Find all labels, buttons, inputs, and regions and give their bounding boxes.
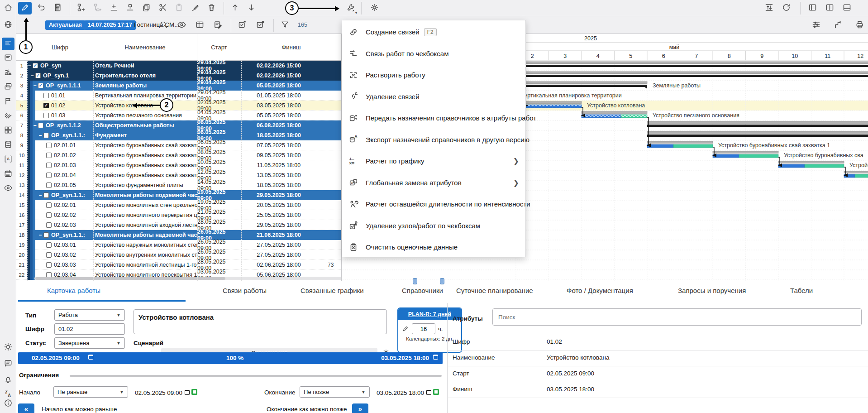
sidebar-item-dashboard-view[interactable] [2,125,14,137]
table-row-02.01.05[interactable]: 1302.01.05Устройство фундаментной плиты1… [16,180,342,190]
menu-item-1[interactable]: Создание связейF2 [342,21,525,43]
sidebar-item-home[interactable] [2,2,14,15]
sidebar-item-theme[interactable] [2,341,14,354]
toolbar-print-button[interactable] [853,19,866,32]
toolbar-move-up-button[interactable] [228,2,242,14]
table-row-02.01.04[interactable]: 1202.01.04Устройство буронабивных свай з… [16,170,342,180]
end-constraint-date[interactable]: 03.05.2025 18:00 [377,389,439,396]
toolbar-delete-button[interactable] [205,2,218,14]
table-row-02.02.02[interactable]: 1602.02.02Устройство монолитного перекры… [16,210,342,220]
table-row-02.03.01[interactable]: 1902.03.01Устройство наружных монолитных… [16,240,342,250]
row-checkbox[interactable] [46,262,52,268]
toolbar-sort-button[interactable] [762,2,776,14]
tab-8[interactable]: Табели [790,287,813,294]
menu-item-11[interactable]: Очистить оценочные данные [342,236,525,258]
row-checkbox[interactable] [46,202,52,208]
menu-item-3[interactable]: Растворить работу [342,64,525,86]
plan-duration-link[interactable]: PLAN-R: 7 дней [398,308,461,320]
tab-4[interactable]: Справочники [402,287,443,294]
menu-item-5[interactable]: Передать назначения справочников в атриб… [342,107,525,129]
toolbar-cut-button[interactable] [156,2,169,14]
tab-6[interactable]: Фото / Документация [567,287,633,294]
table-row-02.02.03[interactable]: 1702.02.03Устройство монолитной входной … [16,220,342,230]
row-checkbox[interactable] [43,133,49,138]
row-checkbox[interactable] [43,232,49,238]
table-row-OP_syn.1.1.:[interactable]: 8−OP_syn.1.1.:Фундамент06.05.2025 09:001… [16,130,342,140]
row-checkbox[interactable]: ✓ [33,63,38,68]
sidebar-item-board-view[interactable] [2,52,14,65]
column-header[interactable]: Старт [197,34,241,61]
table-row-02.01.02[interactable]: 1002.01.02Устройство буронабивных свай з… [16,150,342,160]
table-row-01.02[interactable]: 5✓01.02Устройство котлована02.05.2025 09… [16,101,342,110]
toolbar-uncheck-all-button[interactable] [253,19,267,32]
collapse-glyph[interactable]: − [38,132,43,139]
sidebar-item-info[interactable] [2,398,14,410]
toolbar-add-link-button[interactable] [74,2,88,14]
sidebar-item-globe[interactable] [2,19,14,32]
table-row-OP_syn.1.1.1[interactable]: 3−✓OP_syn.1.1.1Земляные работы29.04.2025… [16,81,342,91]
toolbar-format-brush-button[interactable] [188,2,202,14]
collapse-glyph[interactable]: − [33,82,37,89]
table-row-01.03[interactable]: 601.03Устройство песчаного основания04.0… [16,110,342,120]
timestamp-badge[interactable]: 14.07.2025 17:17 [84,20,136,30]
menu-item-2[interactable]: Связь работ по чекбоксам [342,43,525,64]
column-header[interactable]: Финиш [241,34,342,61]
table-row-01.01[interactable]: 401.01Вертикальная планировка территории… [16,91,342,101]
row-checkbox[interactable] [46,242,52,248]
sidebar-item-milestones-view[interactable] [2,96,14,108]
sidebar-item-attributes-view[interactable]: A [2,154,14,166]
toolbar-settings-button[interactable] [367,2,381,14]
row-checkbox[interactable] [46,212,52,218]
toolbar-copy-button[interactable] [139,2,153,14]
sidebar-item-versions-view[interactable] [2,81,14,94]
sidebar-item-gantt-view[interactable] [2,38,14,50]
row-checkbox[interactable] [46,222,52,228]
code-input[interactable]: 01.02 [54,323,125,335]
sidebar-item-visibility-view[interactable] [2,182,14,195]
progress-bar[interactable]: 02.05.2025 09:00 100 % 03.05.2025 18:00 [18,352,443,364]
toolbar-move-down-button[interactable] [244,2,258,14]
table-row-OP_syn.1.1.:[interactable]: 18−OP_syn.1.1.:Монолитные работы надземн… [16,230,342,240]
toolbar-tools-menu-button[interactable]: ▾ [344,2,358,14]
toolbar-edit-mode-button[interactable] [18,2,32,14]
table-row-02.03.03[interactable]: 2102.03.03Устройство монолитной лестницы… [16,260,342,270]
row-checkbox[interactable] [46,252,52,258]
column-header[interactable]: Шифр [27,34,93,61]
collapse-glyph[interactable]: − [30,72,34,79]
toolbar-undo-button[interactable] [34,2,48,14]
collapse-glyph[interactable]: − [33,122,37,129]
menu-item-8[interactable]: AГлобальная замена атрибутов❯ [342,172,525,193]
toolbar-columns-button[interactable] [193,19,206,32]
menu-item-6[interactable]: AЭкспорт назначений справочников в другу… [342,129,525,150]
toolbar-calculate-button[interactable] [51,2,64,14]
sidebar-item-comments[interactable] [2,358,14,370]
table-row-OP_syn.1.1.:[interactable]: 14−OP_syn.1.1.:Монолитные работы подземн… [16,190,342,200]
sidebar-item-resources-view[interactable] [2,110,14,123]
menu-item-7[interactable]: +−×=Расчет по графику❯ [342,150,525,172]
collapse-glyph[interactable]: − [38,232,43,238]
menu-item-10[interactable]: Удаление узлов/работ по чекбоксам [342,215,525,236]
start-constraint-select[interactable]: Не раньше▼ [53,386,128,398]
row-checkbox[interactable]: ✓ [38,83,43,88]
toolbar-add-work-button[interactable] [107,2,120,14]
row-checkbox[interactable]: ✓ [43,103,49,108]
collapse-glyph[interactable]: − [27,62,32,69]
asap-button[interactable]: « [18,403,34,413]
type-select[interactable]: Работа▼ [54,309,125,321]
row-checkbox[interactable] [46,153,52,158]
table-row-02.01.01[interactable]: 902.01.01Устройство буронабивных свай за… [16,140,342,150]
toolbar-search-button[interactable] [157,19,170,32]
toolbar-paste-button[interactable] [172,2,186,14]
collapse-glyph[interactable]: − [38,192,43,198]
status-select[interactable]: Завершена▼ [54,337,125,349]
row-checkbox[interactable] [46,173,52,178]
tab-2[interactable]: Связи работы [223,287,267,294]
row-checkbox[interactable] [46,163,52,168]
tab-7[interactable]: Запросы и поручения [678,287,746,294]
tab-5[interactable]: Суточное планирование [456,287,533,294]
sidebar-item-charts-view[interactable] [2,67,14,79]
horizontal-scrollbar[interactable] [34,277,342,280]
toolbar-duplicate-work-button[interactable] [123,2,137,14]
toolbar-gantt-settings-button[interactable] [809,19,823,32]
table-row-02.02.01[interactable]: 1502.02.01Устройство монолитных стен цок… [16,200,342,210]
